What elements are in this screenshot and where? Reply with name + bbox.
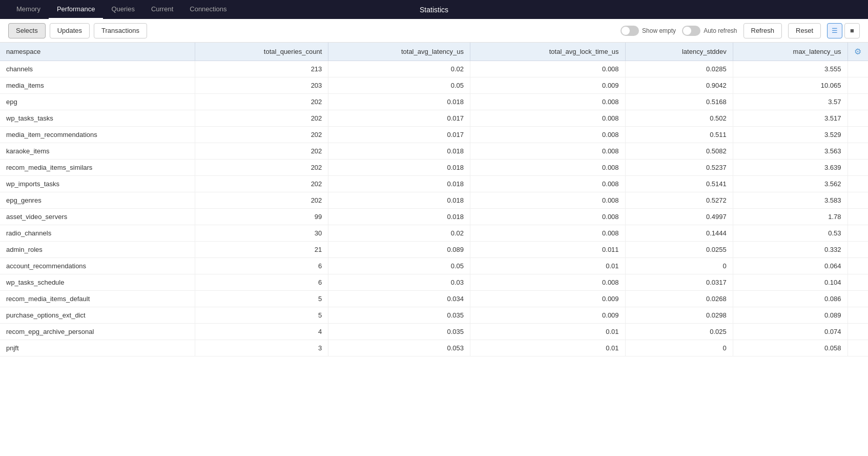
toolbar-right: Show empty Auto refresh Refresh Reset ☰ … <box>621 23 860 38</box>
cell-max-latency: 0.086 <box>733 291 848 307</box>
cell-max-latency: 0.089 <box>733 307 848 324</box>
cell-total-avg-lock-time: 0.008 <box>470 61 626 77</box>
cell-total-avg-latency: 0.089 <box>328 242 470 258</box>
table-row: epg_genres 202 0.018 0.008 0.5272 3.583 <box>0 192 868 209</box>
cell-max-latency: 3.517 <box>733 110 848 127</box>
cell-namespace: recom_media_items_similars <box>0 160 195 176</box>
table-row: recom_media_items_default 5 0.034 0.009 … <box>0 291 868 307</box>
cell-total-avg-latency: 0.05 <box>328 77 470 94</box>
cell-latency-stddev: 0.5082 <box>625 143 733 160</box>
cell-namespace: admin_roles <box>0 242 195 258</box>
cell-max-latency: 10.065 <box>733 77 848 94</box>
cell-latency-stddev: 0.5141 <box>625 176 733 192</box>
cell-total-queries-count: 202 <box>195 110 328 127</box>
cell-total-queries-count: 3 <box>195 340 328 356</box>
cell-settings <box>848 274 868 291</box>
cell-settings <box>848 61 868 77</box>
table-row: purchase_options_ext_dict 5 0.035 0.009 … <box>0 307 868 324</box>
table-row: recom_media_items_similars 202 0.018 0.0… <box>0 160 868 176</box>
selects-tab-button[interactable]: Selects <box>8 23 46 38</box>
cell-total-avg-lock-time: 0.009 <box>470 307 626 324</box>
list-view-button[interactable]: ☰ <box>827 23 842 38</box>
col-header-settings[interactable]: ⚙ <box>848 43 868 61</box>
cell-total-queries-count: 6 <box>195 258 328 274</box>
grid-icon: ■ <box>850 27 854 34</box>
cell-namespace: asset_video_servers <box>0 209 195 225</box>
cell-max-latency: 3.555 <box>733 61 848 77</box>
cell-namespace: radio_channels <box>0 225 195 242</box>
col-header-total-avg-latency-us[interactable]: total_avg_latency_us <box>328 43 470 61</box>
settings-icon[interactable]: ⚙ <box>854 47 861 56</box>
cell-total-avg-lock-time: 0.008 <box>470 192 626 209</box>
table-row: radio_channels 30 0.02 0.008 0.1444 0.53 <box>0 225 868 242</box>
nav-tab-performance[interactable]: Performance <box>49 0 103 19</box>
cell-total-avg-latency: 0.018 <box>328 94 470 110</box>
cell-max-latency: 3.639 <box>733 160 848 176</box>
refresh-button[interactable]: Refresh <box>743 23 782 38</box>
cell-settings <box>848 225 868 242</box>
col-header-namespace[interactable]: namespace <box>0 43 195 61</box>
cell-total-queries-count: 30 <box>195 225 328 242</box>
cell-namespace: account_recommendations <box>0 258 195 274</box>
col-header-max-latency-us[interactable]: max_latency_us <box>733 43 848 61</box>
col-header-total-avg-lock-time-us[interactable]: total_avg_lock_time_us <box>470 43 626 61</box>
cell-namespace: channels <box>0 61 195 77</box>
cell-total-avg-lock-time: 0.008 <box>470 160 626 176</box>
cell-total-queries-count: 21 <box>195 242 328 258</box>
cell-namespace: wp_tasks_schedule <box>0 274 195 291</box>
cell-max-latency: 0.058 <box>733 340 848 356</box>
auto-refresh-toggle[interactable] <box>682 26 700 36</box>
col-header-total-queries-count[interactable]: total_queries_count <box>195 43 328 61</box>
cell-max-latency: 3.563 <box>733 143 848 160</box>
cell-total-avg-latency: 0.02 <box>328 61 470 77</box>
cell-total-queries-count: 4 <box>195 324 328 340</box>
table-row: asset_video_servers 99 0.018 0.008 0.499… <box>0 209 868 225</box>
cell-total-avg-lock-time: 0.009 <box>470 77 626 94</box>
page-title: Statistics <box>420 6 448 14</box>
cell-total-avg-latency: 0.053 <box>328 340 470 356</box>
cell-namespace: wp_imports_tasks <box>0 176 195 192</box>
cell-total-avg-latency: 0.018 <box>328 192 470 209</box>
auto-refresh-toggle-group: Auto refresh <box>682 26 737 36</box>
nav-tab-connections[interactable]: Connections <box>181 0 235 19</box>
table-row: channels 213 0.02 0.008 0.0285 3.555 <box>0 61 868 77</box>
cell-total-queries-count: 202 <box>195 160 328 176</box>
cell-total-avg-lock-time: 0.01 <box>470 258 626 274</box>
cell-settings <box>848 143 868 160</box>
nav-tab-current[interactable]: Current <box>143 0 181 19</box>
cell-total-queries-count: 99 <box>195 209 328 225</box>
cell-max-latency: 0.53 <box>733 225 848 242</box>
nav-tab-memory[interactable]: Memory <box>8 0 49 19</box>
reset-button[interactable]: Reset <box>788 23 821 38</box>
cell-latency-stddev: 0.1444 <box>625 225 733 242</box>
cell-total-avg-lock-time: 0.008 <box>470 209 626 225</box>
cell-total-avg-lock-time: 0.008 <box>470 110 626 127</box>
updates-tab-button[interactable]: Updates <box>50 23 90 38</box>
cell-namespace: wp_tasks_tasks <box>0 110 195 127</box>
transactions-tab-button[interactable]: Transactions <box>94 23 147 38</box>
cell-latency-stddev: 0 <box>625 340 733 356</box>
cell-max-latency: 0.064 <box>733 258 848 274</box>
show-empty-label: Show empty <box>642 27 676 34</box>
cell-latency-stddev: 0.511 <box>625 127 733 143</box>
cell-total-queries-count: 5 <box>195 291 328 307</box>
cell-max-latency: 1.78 <box>733 209 848 225</box>
col-header-latency-stddev[interactable]: latency_stddev <box>625 43 733 61</box>
cell-total-avg-latency: 0.018 <box>328 143 470 160</box>
cell-total-avg-latency: 0.018 <box>328 176 470 192</box>
grid-view-button[interactable]: ■ <box>844 23 860 38</box>
view-buttons: ☰ ■ <box>827 23 860 38</box>
cell-total-avg-lock-time: 0.009 <box>470 291 626 307</box>
data-table-container: namespace total_queries_count total_avg_… <box>0 43 868 456</box>
table-header-row: namespace total_queries_count total_avg_… <box>0 43 868 61</box>
nav-tab-queries[interactable]: Queries <box>103 0 143 19</box>
cell-max-latency: 0.074 <box>733 324 848 340</box>
cell-settings <box>848 127 868 143</box>
cell-max-latency: 3.57 <box>733 94 848 110</box>
cell-total-avg-lock-time: 0.008 <box>470 127 626 143</box>
cell-settings <box>848 258 868 274</box>
cell-namespace: recom_media_items_default <box>0 291 195 307</box>
cell-namespace: media_item_recommendations <box>0 127 195 143</box>
show-empty-toggle[interactable] <box>621 26 639 36</box>
cell-max-latency: 0.104 <box>733 274 848 291</box>
